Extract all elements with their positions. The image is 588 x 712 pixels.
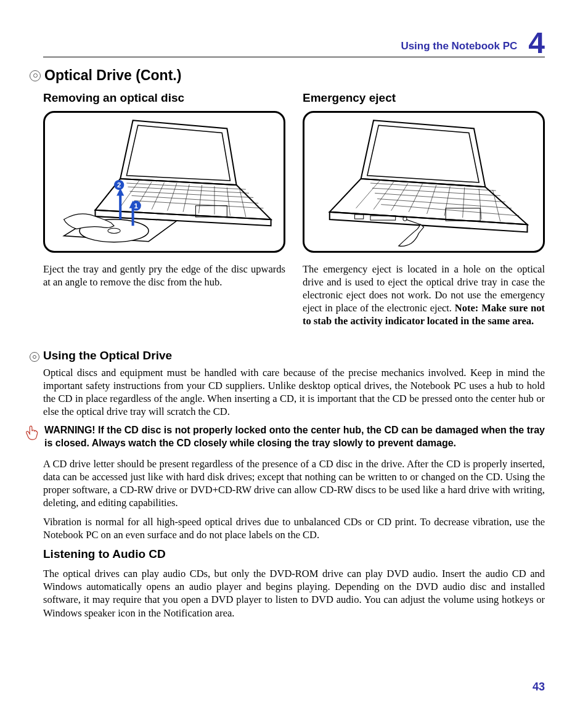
text-removing: Eject the tray and gently pry the edge o… <box>43 263 285 288</box>
text-listening: The optical drives can play audio CDs, b… <box>43 567 545 619</box>
svg-point-12 <box>403 217 407 221</box>
disc-icon <box>30 70 41 81</box>
page-number: 43 <box>533 681 545 694</box>
callout-2: 2 <box>117 181 121 189</box>
column-emergency: Emergency eject <box>303 91 545 334</box>
page-header: Using the Notebook PC 4 <box>43 25 545 57</box>
text-emergency: The emergency eject is located in a hole… <box>303 263 545 328</box>
text-after-warning-1: A CD drive letter should be present rega… <box>43 457 545 509</box>
section-title: Using the Notebook PC <box>401 40 517 52</box>
heading-using-optical-drive: Using the Optical Drive <box>43 349 172 362</box>
heading-listening: Listening to Audio CD <box>43 547 545 561</box>
warning-text: WARNING! If the CD disc is not properly … <box>44 424 545 450</box>
text-after-warning-2: Vibration is normal for all high-speed o… <box>43 515 545 541</box>
hand-warning-icon <box>25 425 38 441</box>
callout-1: 1 <box>134 202 138 210</box>
heading-emergency: Emergency eject <box>303 91 545 105</box>
illustration-emergency-eject <box>303 111 545 253</box>
svg-line-13 <box>406 219 420 224</box>
heading-optical-drive-cont: Optical Drive (Cont.) <box>44 67 181 84</box>
chapter-number: 4 <box>528 28 545 58</box>
warning-box: WARNING! If the CD disc is not properly … <box>25 424 545 450</box>
disc-icon <box>30 352 39 362</box>
svg-rect-10 <box>355 215 364 219</box>
column-removing: Removing an optical disc <box>43 91 285 334</box>
heading-removing: Removing an optical disc <box>43 91 285 105</box>
illustration-removing-disc: 1 2 <box>43 111 285 253</box>
text-using-p1: Optical discs and equipment must be hand… <box>43 366 545 418</box>
